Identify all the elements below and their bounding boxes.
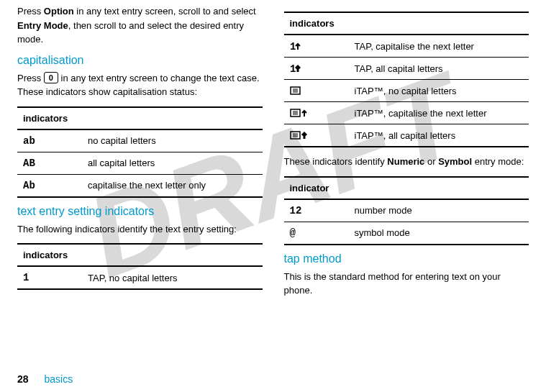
page-number: 28 xyxy=(17,373,29,385)
indicator-desc: symbol mode xyxy=(349,222,529,245)
footer: 28 basics xyxy=(17,373,73,385)
text-entry-setting-table: indicators 1 TAP, no capital letters xyxy=(17,243,263,290)
table-row: 12 number mode xyxy=(284,199,529,222)
table-row: ab no capital letters xyxy=(17,129,263,152)
text: entry mode: xyxy=(472,156,524,167)
text: in any text entry screen, scroll to and … xyxy=(74,6,256,17)
indicator-icon: 1 xyxy=(284,58,349,80)
mode-paragraph: These indicators identify Numeric or Sym… xyxy=(284,155,529,169)
capitalisation-paragraph: Press 0 in any text entry screen to chan… xyxy=(17,71,263,99)
table-row: AB all capital letters xyxy=(17,152,263,174)
table-row: iTAP™, no capital letters xyxy=(284,80,529,102)
option-label: Option xyxy=(44,6,74,17)
indicator-desc: iTAP™, no capital letters xyxy=(349,80,529,102)
text: or xyxy=(424,156,438,167)
text-entry-setting-paragraph: The following indicators identify the te… xyxy=(17,222,263,237)
indicator-desc: iTAP™, capitalise the next letter xyxy=(349,102,529,124)
table-row: 1 TAP, all capital letters xyxy=(284,58,529,80)
capitalisation-heading: capitalisation xyxy=(17,54,263,67)
text: Press xyxy=(17,73,44,83)
indicator-desc: TAP, no capital letters xyxy=(82,266,263,289)
indicator-icon xyxy=(284,124,349,147)
table-row: iTAP™, all capital letters xyxy=(284,124,529,147)
tap-method-paragraph: This is the standard method for entering… xyxy=(284,270,529,298)
svg-text:1: 1 xyxy=(290,63,296,73)
table-row: 1 TAP, no capital letters xyxy=(17,266,263,289)
indicator-icon: 1 xyxy=(17,266,82,289)
table-header: indicators xyxy=(17,107,263,129)
mode-table: indicator 12 number mode @ symbol mode xyxy=(284,176,529,245)
indicator-icon: AB xyxy=(17,152,82,174)
zero-key-icon: 0 xyxy=(44,72,58,83)
table-header: indicators xyxy=(17,244,263,266)
indicator-icon: @ xyxy=(284,222,349,245)
indicator-desc: no capital letters xyxy=(82,129,263,152)
indicator-icon: 12 xyxy=(284,199,349,222)
right-column: indicators 1 TAP, capitalise the next le… xyxy=(284,4,529,302)
table-header: indicator xyxy=(284,177,529,199)
table-row: iTAP™, capitalise the next letter xyxy=(284,102,529,124)
intro-paragraph: Press Option in any text entry screen, s… xyxy=(17,4,263,47)
numeric-label: Numeric xyxy=(387,156,424,167)
text-entry-setting-heading: text entry setting indicators xyxy=(17,205,263,218)
text: These indicators identify xyxy=(284,156,388,167)
tap-method-heading: tap method xyxy=(284,252,529,265)
capitalisation-table: indicators ab no capital letters AB all … xyxy=(17,106,263,198)
indicator-icon: Ab xyxy=(17,174,82,197)
text: Press xyxy=(17,6,44,17)
indicator-desc: TAP, capitalise the next letter xyxy=(349,35,529,58)
indicator-desc: TAP, all capital letters xyxy=(349,58,529,80)
table-row: 1 TAP, capitalise the next letter xyxy=(284,35,529,58)
indicator-desc: all capital letters xyxy=(82,152,263,174)
section-name: basics xyxy=(44,373,73,385)
indicator-icon: 1 xyxy=(284,35,349,58)
symbol-label: Symbol xyxy=(438,156,472,167)
table-row: Ab capitalise the next letter only xyxy=(17,174,263,197)
page-content: Press Option in any text entry screen, s… xyxy=(0,0,546,302)
table-header: indicators xyxy=(284,12,529,35)
table-row: @ symbol mode xyxy=(284,222,529,245)
indicator-icon: ab xyxy=(17,129,82,152)
indicator-icon xyxy=(284,80,349,102)
left-column: Press Option in any text entry screen, s… xyxy=(17,4,263,302)
svg-text:1: 1 xyxy=(290,41,296,51)
indicator-icon xyxy=(284,102,349,124)
indicator-desc: capitalise the next letter only xyxy=(82,174,263,197)
indicator-desc: iTAP™, all capital letters xyxy=(349,124,529,147)
indicator-desc: number mode xyxy=(349,199,529,222)
text-entry-setting-table-cont: indicators 1 TAP, capitalise the next le… xyxy=(284,12,529,147)
entry-mode-label: Entry Mode xyxy=(17,20,68,31)
